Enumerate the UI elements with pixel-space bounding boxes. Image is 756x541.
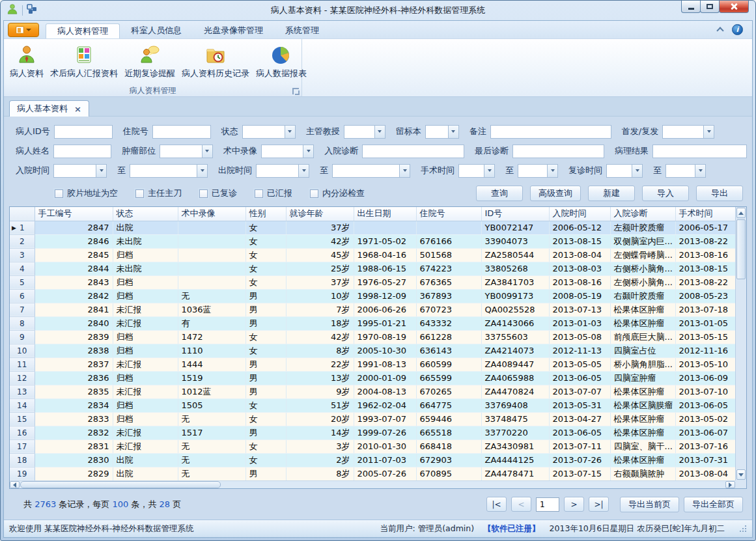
table-cell[interactable]: 1999-07-26 — [354, 426, 416, 439]
table-cell[interactable]: 33748475 — [481, 412, 549, 426]
table-cell[interactable]: 668418 — [416, 439, 481, 453]
table-cell[interactable]: 2837 — [35, 357, 113, 371]
column-header[interactable]: 就诊年龄 — [286, 207, 354, 221]
ribbon-button-data-report[interactable]: 病人数据报表 — [253, 41, 310, 81]
table-cell[interactable]: YB0072147 — [481, 221, 549, 234]
table-row[interactable]: 52843归档女37岁1976-05-27676365ZA38417032013… — [10, 275, 735, 289]
table-cell[interactable]: 右颞叶胶质瘤 — [610, 289, 675, 303]
table-cell[interactable]: 22岁 — [286, 357, 354, 371]
table-cell[interactable]: 18岁 — [286, 316, 354, 330]
table-cell[interactable]: 10岁 — [286, 289, 354, 303]
dropdown-arrow-icon[interactable] — [632, 165, 642, 177]
table-cell[interactable]: 未汇报 — [113, 303, 178, 316]
table-cell[interactable]: 四脑室、脑干... — [610, 439, 675, 453]
table-cell[interactable]: 前颅底巨大脑... — [610, 330, 675, 344]
dropdown-arrow-icon[interactable] — [197, 165, 207, 177]
table-cell[interactable]: 2013-07-31 — [675, 453, 735, 467]
export-all-pages-button[interactable]: 导出全部页 — [684, 497, 743, 512]
table-cell[interactable] — [178, 234, 245, 248]
table-cell[interactable]: 2005-10-30 — [354, 344, 416, 357]
horizontal-scroll-thumb[interactable] — [20, 481, 221, 488]
table-row[interactable]: 102838归档1110女8岁2005-10-30636143ZA4214073… — [10, 344, 735, 357]
filter-input[interactable] — [512, 145, 604, 158]
table-cell[interactable]: 33770220 — [481, 426, 549, 439]
table-cell[interactable]: 2013-07-18 — [675, 303, 735, 316]
filter-combobox[interactable] — [458, 164, 495, 178]
row-selector-cell[interactable]: 18 — [10, 453, 35, 467]
table-cell[interactable]: 2843 — [35, 275, 113, 289]
table-cell[interactable]: 松果体区肿瘤 — [610, 412, 675, 426]
vertical-scroll-thumb[interactable] — [736, 219, 746, 279]
table-cell[interactable]: 出院 — [113, 221, 178, 234]
table-cell[interactable]: 676365 — [416, 275, 481, 289]
table-cell[interactable]: 女 — [245, 453, 286, 467]
filter-combobox[interactable] — [160, 145, 212, 158]
column-header[interactable]: 术中录像 — [178, 207, 245, 221]
table-cell[interactable]: 2013-08-04 — [675, 467, 735, 480]
table-row[interactable]: 32845归档女45岁1968-04-16501568ZA25805442013… — [10, 248, 735, 262]
table-row[interactable]: 142834归档1505女51岁1962-02-0466477533769408… — [10, 398, 735, 412]
table-cell[interactable]: 1962-02-04 — [354, 398, 416, 412]
table-cell[interactable]: 1444 — [178, 357, 245, 371]
filter-combobox[interactable] — [53, 164, 107, 178]
table-cell[interactable]: 20岁 — [286, 412, 354, 426]
row-selector-cell[interactable]: 8 — [10, 316, 35, 330]
row-selector-cell[interactable]: 15 — [10, 412, 35, 426]
table-cell[interactable]: 无 — [178, 289, 245, 303]
table-cell[interactable]: 1517 — [178, 426, 245, 439]
table-cell[interactable]: 未汇报 — [113, 439, 178, 453]
table-cell[interactable]: 1971-05-02 — [354, 234, 416, 248]
app-person-icon[interactable] — [7, 3, 18, 18]
table-cell[interactable]: 25岁 — [286, 262, 354, 275]
column-header[interactable]: 状态 — [113, 207, 178, 221]
table-cell[interactable]: ZA4478471 — [481, 467, 549, 480]
table-row[interactable]: 22846未出院女42岁1971-05-02676166339040732013… — [10, 234, 735, 248]
table-cell[interactable]: 2岁 — [286, 453, 354, 467]
table-cell[interactable]: 2013-05-08 — [549, 330, 610, 344]
ribbon-tab-disc-management[interactable]: 光盘录像带管理 — [193, 23, 274, 38]
column-header[interactable]: 入院时间 — [549, 207, 610, 221]
ribbon-tab-system[interactable]: 系统管理 — [274, 23, 330, 38]
vertical-scrollbar[interactable] — [735, 207, 746, 480]
table-cell[interactable] — [178, 275, 245, 289]
table-row[interactable]: 172831未汇报无女3岁2010-01-30668418ZA343098120… — [10, 439, 735, 453]
filter-input[interactable] — [362, 145, 464, 158]
table-cell[interactable]: 9岁 — [286, 385, 354, 398]
table-cell[interactable]: 2845 — [35, 248, 113, 262]
table-cell[interactable]: 1505 — [178, 398, 245, 412]
action-button[interactable]: 导出 — [696, 186, 743, 201]
table-cell[interactable]: 松果体区肿瘤 — [610, 426, 675, 439]
table-cell[interactable]: ZA4143066 — [481, 316, 549, 330]
column-header[interactable]: 手工编号 — [35, 207, 113, 221]
action-button[interactable]: 查询 — [476, 186, 523, 201]
table-cell[interactable]: 2013-07-13 — [549, 303, 610, 316]
column-header[interactable]: 入院诊断 — [610, 207, 675, 221]
table-cell[interactable]: 2013-08-16 — [549, 275, 610, 289]
info-icon[interactable]: i — [732, 24, 743, 35]
table-cell[interactable]: 2013-06-07 — [675, 426, 735, 439]
last-page-button[interactable]: >| — [589, 497, 609, 512]
filter-combobox[interactable] — [662, 125, 714, 139]
checkbox-box-icon[interactable] — [310, 189, 318, 198]
table-cell[interactable]: 2000-01-09 — [354, 371, 416, 385]
table-cell[interactable]: 636143 — [416, 344, 481, 357]
table-cell[interactable]: 女 — [245, 262, 286, 275]
table-cell[interactable]: 女 — [245, 344, 286, 357]
collapse-ribbon-icon[interactable] — [716, 27, 723, 34]
table-cell[interactable]: ZA4470824 — [481, 385, 549, 398]
dropdown-arrow-icon[interactable] — [695, 165, 705, 177]
ribbon-tab-patient-management[interactable]: 病人资料管理 — [46, 23, 120, 39]
table-cell[interactable]: 2013-07-15 — [549, 467, 610, 480]
row-selector-cell[interactable]: 13 — [10, 385, 35, 398]
table-cell[interactable]: 女 — [245, 330, 286, 344]
next-page-button[interactable]: > — [564, 497, 584, 512]
filter-checkbox[interactable]: 已复诊 — [199, 187, 237, 199]
dropdown-arrow-icon[interactable] — [547, 165, 557, 177]
table-cell[interactable]: 未出院 — [113, 234, 178, 248]
row-selector-cell[interactable]: 2 — [10, 234, 35, 248]
column-header[interactable]: 性别 — [245, 207, 286, 221]
table-cell[interactable]: 2013-07-11 — [549, 439, 610, 453]
row-selector-cell[interactable]: 16 — [10, 426, 35, 439]
ribbon-tab-staff-info[interactable]: 科室人员信息 — [120, 23, 193, 38]
table-cell[interactable]: 2013-05-15 — [675, 330, 735, 344]
